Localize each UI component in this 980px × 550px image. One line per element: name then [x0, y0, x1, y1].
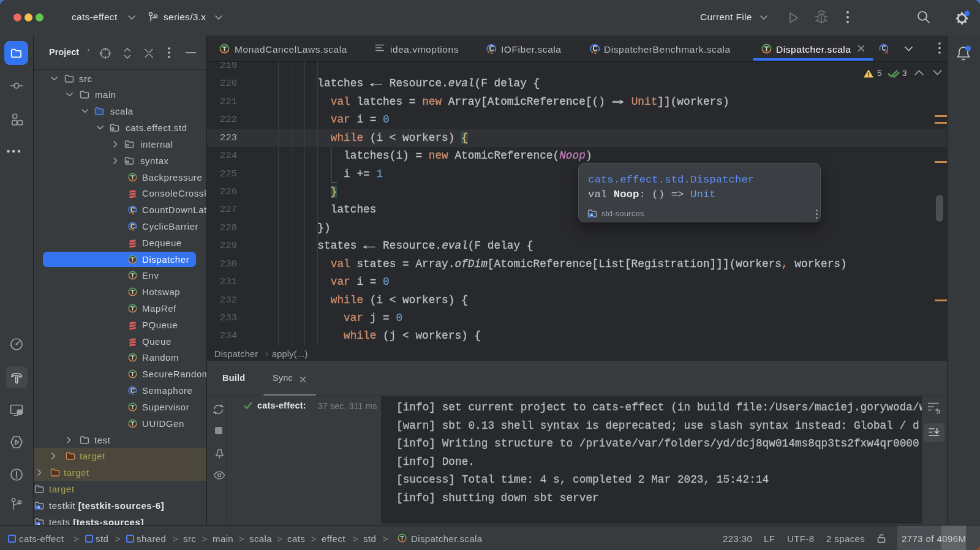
svg-text:C: C: [882, 45, 886, 53]
